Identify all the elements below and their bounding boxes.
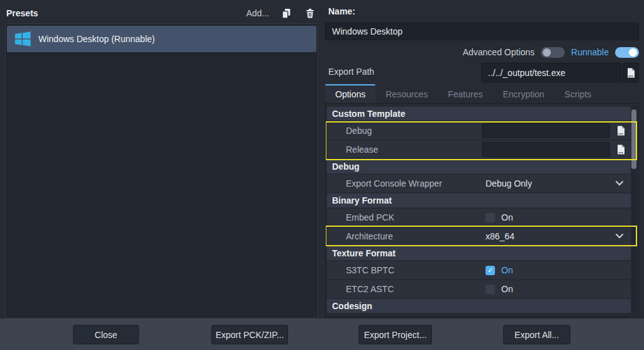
presets-header: Presets Add... (6, 5, 317, 21)
copy-icon (281, 8, 292, 19)
advanced-options-label: Advanced Options (463, 47, 535, 57)
preset-item-label: Windows Desktop (Runnable) (38, 34, 155, 44)
export-path-browse-button[interactable] (623, 63, 639, 82)
checkbox-value: On (501, 212, 513, 222)
property-label: Embed PCK (346, 212, 394, 222)
property-label: Release (346, 145, 378, 155)
section-header-label: Texture Format (332, 248, 396, 258)
file-icon (626, 68, 635, 78)
debug-template-browse-button[interactable] (612, 123, 630, 138)
preset-detail-panel: Name: Advanced Options Runnable Export P… (325, 0, 639, 319)
section-header-label: Custom Template (332, 109, 405, 119)
name-label: Name: (328, 6, 355, 16)
property-label: S3TC BPTC (346, 265, 394, 275)
property-row-etc2-astc: ETC2 ASTC On (327, 280, 631, 298)
presets-list: Windows Desktop (Runnable) (5, 23, 318, 319)
checkbox-value: On (501, 265, 513, 275)
property-row-export-console-wrapper[interactable]: Export Console Wrapper Debug Only (327, 175, 631, 192)
dialog-footer: Close Export PCK/ZIP... Export Project..… (0, 319, 644, 350)
tab-resources[interactable]: Resources (375, 84, 438, 103)
tab-options[interactable]: Options (325, 84, 375, 103)
section-header-custom-template: Custom Template (327, 107, 631, 121)
export-path-input[interactable] (481, 63, 621, 82)
release-template-input[interactable] (482, 142, 610, 157)
toggle-knob (543, 48, 551, 57)
property-label: Debug (346, 126, 372, 136)
property-row-release-template: Release (327, 141, 631, 158)
export-all-button[interactable]: Export All... (503, 325, 570, 344)
runnable-label: Runnable (571, 47, 609, 57)
name-input[interactable] (325, 23, 639, 40)
property-label: Export Console Wrapper (346, 178, 442, 189)
file-icon (616, 145, 625, 155)
advanced-options-toggle[interactable] (541, 47, 565, 58)
property-label: Architecture (346, 231, 393, 241)
release-template-browse-button[interactable] (612, 142, 630, 157)
export-path-label: Export Path (328, 67, 374, 77)
toggle-knob (629, 48, 637, 57)
section-header-texture-format: Texture Format (327, 246, 631, 260)
property-row-embed-pck: Embed PCK On (327, 209, 631, 226)
checkbox-value: On (501, 284, 513, 294)
trash-icon (305, 8, 315, 19)
tab-scripts[interactable]: Scripts (555, 84, 602, 103)
chevron-down-icon (616, 234, 623, 239)
toggles-row: Advanced Options Runnable (463, 44, 639, 60)
embed-pck-checkbox[interactable] (486, 213, 495, 222)
export-pck-zip-button[interactable]: Export PCK/ZIP... (211, 325, 288, 344)
tab-features[interactable]: Features (438, 84, 492, 103)
chevron-down-icon (616, 181, 623, 186)
file-icon (616, 126, 625, 136)
section-header-label: Binary Format (332, 195, 392, 205)
tab-encryption[interactable]: Encryption (492, 84, 554, 103)
section-header-label: Debug (332, 161, 360, 172)
dropdown-value: x86_64 (486, 231, 514, 241)
section-header-binary-format: Binary Format (327, 194, 631, 207)
property-row-s3tc-bptc: S3TC BPTC ✓ On (327, 261, 631, 279)
scrollbar-thumb[interactable] (631, 109, 636, 169)
property-label: ETC2 ASTC (346, 284, 394, 294)
debug-template-input[interactable] (482, 123, 610, 138)
property-row-architecture[interactable]: Architecture x86_64 (327, 227, 631, 245)
dropdown-value: Debug Only (486, 178, 532, 189)
presets-panel: Presets Add... (0, 0, 322, 319)
delete-preset-button[interactable] (303, 6, 317, 20)
export-path-row: Export Path (325, 63, 639, 82)
etc2-astc-checkbox[interactable] (486, 285, 495, 294)
duplicate-preset-button[interactable] (279, 6, 293, 20)
runnable-toggle[interactable] (615, 47, 639, 58)
section-header-debug: Debug (327, 160, 631, 173)
section-header-codesign: Codesign (327, 299, 631, 313)
close-button[interactable]: Close (73, 325, 139, 344)
tab-bar: Options Resources Features Encryption Sc… (325, 84, 639, 103)
export-dialog: Presets Add... (0, 0, 644, 350)
export-project-button[interactable]: Export Project... (358, 325, 432, 344)
windows-logo-icon (13, 30, 32, 48)
options-list: Custom Template Debug (327, 107, 631, 313)
add-preset-button[interactable]: Add... (246, 8, 269, 18)
preset-item-windows-desktop[interactable]: Windows Desktop (Runnable) (7, 26, 316, 52)
s3tc-bptc-checkbox[interactable]: ✓ (486, 266, 495, 275)
presets-title: Presets (6, 8, 38, 18)
section-header-label: Codesign (332, 301, 372, 311)
property-row-debug-template: Debug (327, 122, 631, 139)
options-panel: Custom Template Debug (325, 103, 639, 317)
